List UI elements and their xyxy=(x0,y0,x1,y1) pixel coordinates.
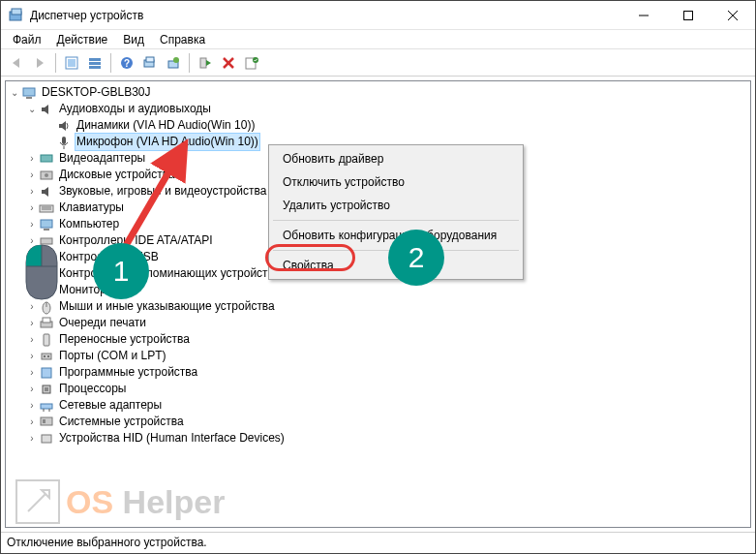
svg-rect-61 xyxy=(42,435,51,443)
svg-rect-49 xyxy=(44,334,49,346)
toolbar-uninstall-button[interactable] xyxy=(218,52,239,74)
svg-rect-3 xyxy=(684,11,693,19)
svg-point-51 xyxy=(44,355,45,357)
expand-icon[interactable]: ⌄ xyxy=(8,86,21,100)
computer-icon xyxy=(39,217,54,232)
expand-icon[interactable]: › xyxy=(25,333,39,347)
svg-rect-50 xyxy=(42,354,51,359)
expand-icon[interactable]: › xyxy=(25,366,39,380)
toolbar-forward-button[interactable] xyxy=(29,52,50,74)
expand-icon[interactable]: › xyxy=(25,383,39,396)
svg-rect-31 xyxy=(41,155,52,162)
tree-category-system[interactable]: › Системные устройства xyxy=(8,414,748,430)
tree-category-print[interactable]: › Очереди печати xyxy=(8,315,748,331)
hid-icon xyxy=(39,431,54,446)
toolbar-help-button[interactable]: ? xyxy=(116,52,137,74)
expand-icon[interactable]: › xyxy=(25,317,39,330)
menu-action[interactable]: Действие xyxy=(49,31,116,48)
node-label: Программные устройства xyxy=(57,364,199,381)
node-label: Динамики (VIA HD Audio(Win 10)) xyxy=(75,117,257,134)
expand-icon[interactable]: › xyxy=(25,399,39,413)
svg-marker-27 xyxy=(42,105,48,114)
tree-root[interactable]: ⌄ DESKTOP-GBLB30J xyxy=(8,84,748,101)
expand-icon[interactable]: › xyxy=(25,416,39,429)
svg-rect-59 xyxy=(41,417,52,425)
window-controls xyxy=(621,1,755,29)
svg-marker-34 xyxy=(42,187,48,197)
toolbar-properties-button[interactable] xyxy=(241,52,262,74)
sound-icon xyxy=(39,184,54,200)
close-button[interactable] xyxy=(711,1,755,29)
svg-rect-25 xyxy=(23,88,35,96)
svg-point-52 xyxy=(47,355,49,357)
audio-icon xyxy=(39,102,54,117)
expand-icon[interactable]: › xyxy=(25,152,39,166)
toolbar-update-button[interactable] xyxy=(163,52,184,74)
title-bar: Диспетчер устройств xyxy=(1,1,755,30)
svg-marker-6 xyxy=(13,58,19,68)
menu-help[interactable]: Справка xyxy=(152,31,213,48)
ctx-update-driver[interactable]: Обновить драйвер xyxy=(271,147,521,170)
toolbar-back-button[interactable] xyxy=(6,52,27,74)
node-label: Системные устройства xyxy=(57,414,186,430)
system-icon xyxy=(39,415,54,430)
annotation-step-2: 2 xyxy=(388,230,444,286)
svg-rect-16 xyxy=(146,57,154,62)
display-adapter-icon xyxy=(39,151,54,167)
tree-category-software[interactable]: › Программные устройства xyxy=(8,364,748,381)
svg-rect-38 xyxy=(41,220,52,228)
ctx-separator xyxy=(273,220,519,221)
maximize-button[interactable] xyxy=(666,1,711,29)
expand-icon[interactable]: › xyxy=(25,350,39,363)
svg-rect-9 xyxy=(68,59,76,67)
menu-view[interactable]: Вид xyxy=(115,31,152,48)
toolbar-enable-button[interactable] xyxy=(195,52,216,74)
tree-device-speakers[interactable]: · Динамики (VIA HD Audio(Win 10)) xyxy=(8,117,748,134)
expand-icon[interactable]: › xyxy=(25,201,39,215)
tree-category-portable[interactable]: › Переносные устройства xyxy=(8,331,748,348)
tree-category-hid[interactable]: › Устройства HID (Human Interface Device… xyxy=(8,430,748,446)
menu-file[interactable]: Файл xyxy=(5,31,49,48)
ports-icon xyxy=(39,349,54,364)
node-label: Порты (COM и LPT) xyxy=(57,348,168,364)
tree-category-net[interactable]: › Сетевые адаптеры xyxy=(8,397,748,414)
node-label: Очереди печати xyxy=(57,315,148,331)
expand-icon[interactable]: › xyxy=(25,218,39,231)
svg-rect-48 xyxy=(43,318,50,323)
toolbar-scan-button[interactable] xyxy=(139,52,161,74)
node-label: Сетевые адаптеры xyxy=(57,397,164,414)
svg-rect-12 xyxy=(89,66,101,69)
svg-point-18 xyxy=(173,57,179,63)
node-label: Устройства HID (Human Interface Devices) xyxy=(57,430,287,446)
ctx-disable-device[interactable]: Отключить устройство xyxy=(271,170,521,194)
annotation-mouse-icon xyxy=(23,241,60,303)
node-label: Аудиовходы и аудиовыходы xyxy=(57,101,213,117)
tree-category-mouse[interactable]: › Мыши и иные указывающие устройства xyxy=(8,298,748,315)
tree-category-ports[interactable]: › Порты (COM и LPT) xyxy=(8,348,748,364)
svg-text:?: ? xyxy=(124,58,130,69)
disk-icon xyxy=(39,168,54,183)
expand-icon[interactable]: › xyxy=(25,169,39,182)
app-icon xyxy=(9,8,24,23)
svg-marker-20 xyxy=(206,60,211,66)
node-label: DESKTOP-GBLB30J xyxy=(40,84,153,101)
tree-category-cpu[interactable]: › Процессоры xyxy=(8,381,748,397)
speakers-icon xyxy=(56,118,72,134)
print-icon xyxy=(39,316,54,331)
svg-rect-10 xyxy=(89,58,101,61)
svg-rect-56 xyxy=(41,404,52,409)
expand-icon[interactable]: ⌄ xyxy=(25,103,39,116)
status-text: Отключение выбранного устройства. xyxy=(7,536,207,549)
ctx-uninstall-device[interactable]: Удалить устройство xyxy=(271,194,521,217)
tree-category-audio[interactable]: ⌄ Аудиовходы и аудиовыходы xyxy=(8,101,748,117)
cpu-icon xyxy=(39,382,54,397)
toolbar-view-button[interactable] xyxy=(84,52,106,74)
node-label: Переносные устройства xyxy=(57,331,192,348)
minimize-button[interactable] xyxy=(621,1,666,29)
svg-rect-55 xyxy=(45,387,48,391)
svg-rect-26 xyxy=(26,97,32,99)
expand-icon[interactable]: › xyxy=(25,185,39,199)
svg-rect-1 xyxy=(12,9,21,15)
toolbar-show-hidden-button[interactable] xyxy=(61,52,82,74)
expand-icon[interactable]: › xyxy=(25,432,39,446)
